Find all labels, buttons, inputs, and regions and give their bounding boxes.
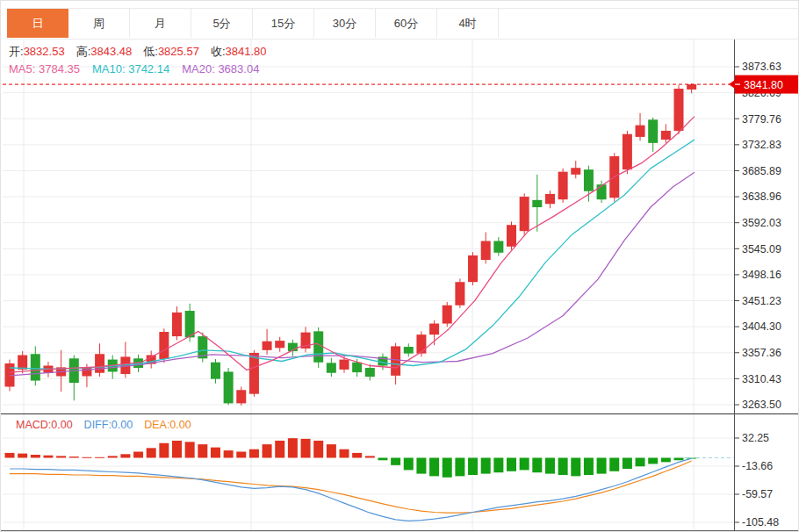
macd-bar: [249, 449, 259, 458]
candle-body: [520, 197, 529, 231]
y-axis-label: 3357.36: [742, 347, 781, 359]
ma10-readout: MA10: 3742.14: [92, 62, 169, 75]
low-value: 3825.57: [158, 45, 199, 58]
macd-bar: [507, 457, 516, 471]
y-axis-label: 3638.96: [742, 191, 781, 203]
tab-4hour[interactable]: 4时: [437, 9, 499, 38]
candle-body: [249, 353, 259, 394]
y-axis-label: -13.66: [742, 460, 773, 472]
macd-bar: [327, 444, 336, 457]
candle-body: [545, 194, 555, 204]
candle-body: [236, 390, 246, 403]
tabbar-filler: [499, 9, 798, 39]
ma5-line: [10, 117, 695, 373]
price-chart-canvas[interactable]: 3873.633826.693779.763732.833685.893638.…: [1, 1, 799, 532]
candle-body: [584, 169, 594, 191]
macd-bar: [18, 454, 27, 458]
macd-bar: [378, 457, 387, 460]
tab-week[interactable]: 周: [68, 9, 130, 38]
candles-layer: [5, 83, 697, 406]
candle-body: [571, 168, 580, 175]
tab-day[interactable]: 日: [7, 9, 68, 38]
ma20-line: [10, 172, 695, 376]
candle-body: [211, 363, 220, 379]
high-value: 3843.48: [90, 45, 132, 58]
last-price-tag: 3841.80: [729, 75, 798, 94]
macd-bar: [352, 453, 362, 458]
candle-body: [327, 363, 336, 372]
tab-60min[interactable]: 60分: [376, 9, 437, 38]
kline-chart-widget: 日 周 月 5分 15分 30分 60分 4时 开:3832.53高:3843.…: [0, 0, 799, 532]
macd-bar: [558, 457, 568, 475]
ma20-readout: MA20: 3683.04: [182, 62, 259, 75]
tab-15min[interactable]: 15分: [253, 9, 314, 38]
ma-readout: MA5: 3784.35MA10: 3742.14MA20: 3683.04: [9, 62, 259, 75]
macd-bar: [571, 457, 580, 476]
candle-body: [224, 371, 234, 403]
macd-bar: [365, 456, 375, 457]
macd-bar: [263, 444, 272, 457]
macd-bar: [185, 442, 195, 457]
dea-value-label: DEA:0.00: [144, 419, 191, 431]
macd-bar: [108, 456, 118, 457]
macd-y-axis: 32.25-13.66-59.57-105.48: [734, 432, 779, 528]
macd-bar: [120, 454, 130, 457]
macd-readout: MACD:0.00DIFF:0.00DEA:0.00: [16, 419, 191, 431]
tab-30min[interactable]: 30分: [314, 9, 376, 38]
macd-bar: [481, 457, 491, 473]
ohlc-readout: 开:3832.53高:3843.48低:3825.57收:3841.80: [9, 44, 278, 60]
diff-value-label: DIFF:0.00: [84, 419, 133, 431]
macd-bar: [468, 457, 478, 475]
candle-body: [597, 184, 607, 199]
candle-body: [455, 282, 464, 306]
candle-body: [661, 131, 671, 140]
macd-bar: [198, 444, 207, 457]
candle-body: [31, 354, 40, 380]
y-axis-label: -59.57: [742, 488, 773, 500]
candle-body: [391, 346, 400, 375]
macd-bar: [82, 457, 91, 458]
tab-month[interactable]: 月: [130, 9, 191, 38]
candle-body: [468, 255, 478, 282]
candle-body: [687, 84, 696, 90]
macd-bar: [584, 457, 594, 475]
close-label: 收:: [211, 45, 226, 58]
candle-body: [493, 241, 503, 253]
main-gridlines: [3, 67, 734, 405]
candle-body: [648, 119, 658, 143]
macd-bar: [159, 443, 169, 458]
main-y-axis: 3873.633826.693779.763732.833685.893638.…: [734, 61, 781, 411]
candle-body: [18, 356, 27, 370]
period-tabbar: 日 周 月 5分 15分 30分 60分 4时: [7, 8, 798, 40]
macd-bar: [623, 457, 632, 469]
y-axis-label: 3498.16: [742, 269, 781, 281]
candle-body: [159, 332, 169, 359]
candle-body: [429, 324, 439, 335]
open-label: 开:: [9, 45, 24, 58]
candle-body: [404, 347, 414, 354]
macd-bar: [211, 448, 220, 458]
candle-body: [532, 200, 542, 207]
y-axis-label: 3404.30: [742, 320, 781, 333]
y-axis-label: 3451.23: [742, 295, 781, 307]
macd-bar: [648, 457, 658, 464]
candle-body: [365, 368, 375, 377]
candle-body: [263, 341, 272, 350]
macd-bar: [520, 457, 529, 470]
macd-bar: [56, 456, 66, 457]
candle-body: [275, 341, 284, 348]
price-tag-text: 3841.80: [744, 79, 783, 91]
y-axis-label: 3779.76: [742, 113, 781, 126]
open-value: 3832.53: [24, 45, 65, 58]
macd-bar: [69, 457, 79, 457]
macd-bar: [443, 457, 452, 477]
macd-bar: [288, 438, 298, 457]
y-axis-label: 3545.09: [742, 243, 781, 255]
y-axis-label: 3263.50: [742, 399, 781, 411]
macd-bar: [416, 457, 426, 473]
tab-5min[interactable]: 5分: [191, 9, 253, 38]
candle-body: [416, 334, 426, 353]
y-axis-label: 3685.89: [742, 165, 781, 177]
price-tag-arrow: [729, 80, 735, 89]
candle-body: [481, 241, 491, 260]
